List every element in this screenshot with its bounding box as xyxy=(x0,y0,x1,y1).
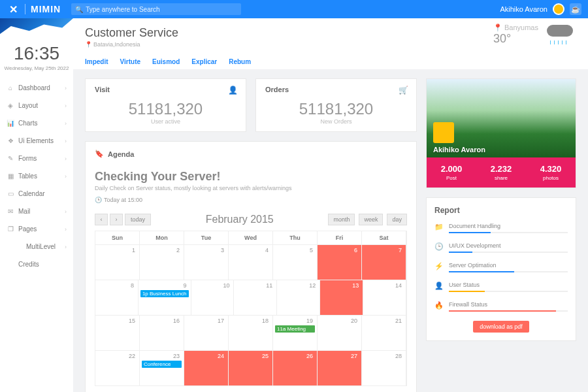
coffee-icon[interactable]: ☕ xyxy=(570,3,581,15)
profile-stat-value: 2.232 xyxy=(476,164,526,174)
cal-event[interactable]: 11a Meeting xyxy=(275,325,315,333)
cal-cell[interactable]: 7 xyxy=(362,244,406,280)
cal-next-button[interactable]: › xyxy=(110,214,123,225)
nav-icon: ❐ xyxy=(7,225,14,233)
profile-stats: 2.000Post2.232share4.320photos xyxy=(427,157,576,188)
cal-daynum: 6 xyxy=(319,247,359,253)
cal-cell[interactable]: 28 xyxy=(362,350,406,385)
cal-cell[interactable]: 21 xyxy=(362,315,406,350)
sidebar-item-ui-elements[interactable]: ❖Ui Elements› xyxy=(0,132,73,150)
cal-today-button[interactable]: today xyxy=(125,214,151,225)
cal-cell[interactable]: 13 xyxy=(320,280,363,315)
stat-orders: Orders🛒51181,320New Orders xyxy=(255,78,417,132)
sidebar-item-mail[interactable]: ✉Mail› xyxy=(0,203,73,220)
cal-cell[interactable]: 5 xyxy=(273,244,318,280)
stat-icon: 🛒 xyxy=(399,86,408,95)
cal-view-week[interactable]: week xyxy=(359,214,383,225)
sidebar-item-calendar[interactable]: ▭Calendar xyxy=(0,185,73,203)
cal-cell[interactable]: 1 xyxy=(95,244,140,280)
search-input-wrap[interactable]: 🔍 xyxy=(71,3,241,15)
tab-virtute[interactable]: Virtute xyxy=(120,58,141,69)
cal-daynum: 15 xyxy=(97,318,137,324)
nav-label: Credits xyxy=(18,261,39,268)
sidebar-item-layout[interactable]: ◈Layout› xyxy=(0,97,73,114)
cal-cell[interactable]: 17 xyxy=(184,315,229,350)
sidebar-item-pages[interactable]: ❐Pages› xyxy=(0,220,73,238)
cal-cell[interactable]: 10 xyxy=(191,280,235,315)
close-icon[interactable]: ✕ xyxy=(7,3,20,16)
profile-card: Akihiko Avaron 2.000Post2.232share4.320p… xyxy=(426,78,576,188)
cal-daynum: 1 xyxy=(97,247,137,253)
agenda-heading: Checking Your Server! xyxy=(95,170,407,184)
sidebar-item-credits[interactable]: Credits xyxy=(0,255,73,273)
cal-prev-button[interactable]: ‹ xyxy=(95,214,108,225)
cal-daynum: 17 xyxy=(186,318,226,324)
cal-cell[interactable]: 4 xyxy=(229,244,273,280)
cal-cell[interactable]: 20 xyxy=(318,315,362,350)
cal-daynum: 25 xyxy=(231,353,270,359)
topbar-user[interactable]: Akihiko Avaron xyxy=(500,5,547,13)
nav-icon: ⌂ xyxy=(7,84,14,91)
sidebar-item-forms[interactable]: ✎Forms› xyxy=(0,150,73,167)
nav-label: Pages xyxy=(18,225,37,233)
profile-stat: 2.232share xyxy=(476,164,526,181)
cal-cell[interactable]: 11 xyxy=(234,280,277,315)
cal-view-day[interactable]: day xyxy=(387,214,407,225)
report-item: ⚡Server Optimation xyxy=(434,262,568,272)
search-input[interactable] xyxy=(86,6,237,13)
cal-cell[interactable]: 6 xyxy=(318,244,362,280)
cal-daynum: 23 xyxy=(142,353,182,359)
cal-cell[interactable]: 24 xyxy=(184,350,229,385)
tab-impedit[interactable]: Impedit xyxy=(85,58,108,69)
calendar: SunMonTueWedThuFriSat 1234567891p Busine… xyxy=(95,231,407,386)
download-pdf-button[interactable]: download as pdf xyxy=(473,321,529,333)
cal-month-label: February 2015 xyxy=(151,214,328,225)
cal-daynum: 27 xyxy=(319,353,359,359)
tab-euismod[interactable]: Euismod xyxy=(152,58,180,69)
cal-event[interactable]: 1p Business Lunch xyxy=(140,290,189,297)
cal-cell[interactable]: 16 xyxy=(140,315,184,350)
user-icon: 👤 xyxy=(434,282,444,290)
tab-explicar[interactable]: Explicar xyxy=(191,58,217,69)
cal-cell[interactable]: 91p Business Lunch xyxy=(139,280,191,315)
cal-cell[interactable]: 14 xyxy=(363,280,406,315)
weekday: Sat xyxy=(362,231,406,244)
sidebar-item-dashboard[interactable]: ⌂Dashboard› xyxy=(0,79,73,97)
agenda-desc: Daily Check on Server status, mostly loo… xyxy=(95,185,407,191)
cal-view-month[interactable]: month xyxy=(328,214,355,225)
cal-cell[interactable]: 26 xyxy=(273,350,318,385)
chevron-right-icon: › xyxy=(65,138,67,144)
progress-bar xyxy=(449,271,568,272)
cal-daynum: 4 xyxy=(231,247,270,253)
cal-cell[interactable]: 18 xyxy=(229,315,273,350)
cal-daynum: 7 xyxy=(364,247,404,253)
nav-label: MultiLevel xyxy=(26,243,56,250)
profile-stat: 4.320photos xyxy=(526,164,576,181)
avatar-icon[interactable] xyxy=(553,3,564,15)
cal-cell[interactable]: 8 xyxy=(95,280,139,315)
page-header: Customer Service 📍 Batavia,Indonesia 📍 B… xyxy=(73,18,588,69)
search-icon: 🔍 xyxy=(75,6,83,13)
sidebar-item-multilevel[interactable]: MultiLevel› xyxy=(0,238,73,255)
sidebar-item-charts[interactable]: 📊Charts› xyxy=(0,114,73,132)
cal-cell[interactable]: 23Conference xyxy=(140,350,184,385)
nav-label: Layout xyxy=(18,102,38,109)
nav-label: Tables xyxy=(18,172,37,180)
weather-temp: 30° xyxy=(493,32,538,46)
cal-cell[interactable]: 25 xyxy=(229,350,273,385)
cal-event[interactable]: Conference xyxy=(142,361,182,368)
weekday: Tue xyxy=(184,231,229,244)
cal-cell[interactable]: 3 xyxy=(184,244,229,280)
cal-cell[interactable]: 27 xyxy=(318,350,362,385)
cal-daynum: 26 xyxy=(275,353,315,359)
cal-cell[interactable]: 12 xyxy=(277,280,320,315)
cal-cell[interactable]: 15 xyxy=(95,315,140,350)
stat-visit: Visit👤51181,320User active xyxy=(85,78,246,132)
tab-rebum[interactable]: Rebum xyxy=(229,58,251,69)
chevron-right-icon: › xyxy=(65,226,67,233)
sidebar-item-tables[interactable]: ▦Tables› xyxy=(0,167,73,185)
cal-cell[interactable]: 22 xyxy=(95,350,140,385)
nav-label: Ui Elements xyxy=(18,137,54,144)
cal-cell[interactable]: 1911a Meeting xyxy=(273,315,318,350)
cal-cell[interactable]: 2 xyxy=(140,244,184,280)
